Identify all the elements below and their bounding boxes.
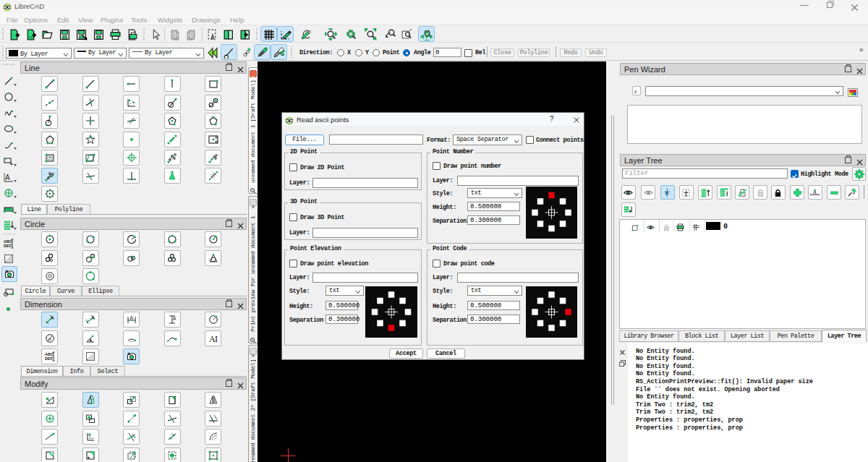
svg-text:±: ± (634, 89, 637, 94)
svg-text:d: d (48, 337, 51, 341)
svg-text:A: A (173, 316, 176, 321)
svg-text:DEF: DEF (4, 244, 12, 248)
svg-text:a: a (90, 338, 93, 342)
svg-text:I: I (215, 333, 218, 343)
svg-text:A: A (92, 315, 95, 320)
svg-text:A: A (5, 174, 10, 181)
svg-text:A: A (51, 315, 54, 320)
svg-text:DEF: DEF (45, 356, 54, 361)
svg-text:A: A (129, 315, 133, 320)
svg-text:T: T (665, 190, 668, 197)
